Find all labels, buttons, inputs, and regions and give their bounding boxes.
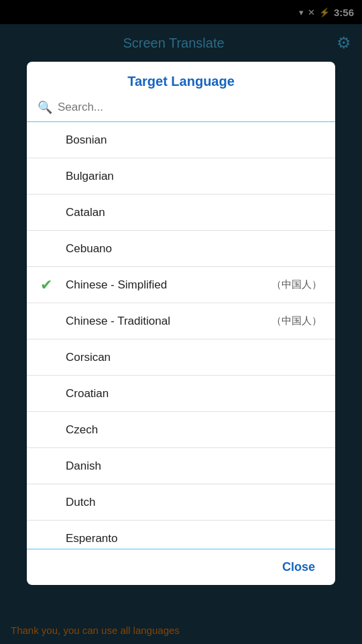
language-name-czech: Czech	[66, 423, 322, 437]
language-native-chinese-simplified: （中国人）	[272, 278, 322, 291]
check-icon-chinese-simplified: ✔	[40, 276, 56, 294]
language-list: Bosnian Bulgarian Catalan Cebuano ✔ Chin…	[27, 122, 335, 549]
language-name-catalan: Catalan	[66, 206, 322, 219]
language-name-esperanto: Esperanto	[66, 532, 322, 545]
dialog-footer: Close	[27, 549, 335, 585]
language-name-dutch: Dutch	[66, 496, 322, 509]
close-button[interactable]: Close	[276, 556, 322, 578]
language-name-chinese-simplified: Chinese - Simplified	[66, 278, 266, 292]
search-bar: 🔍	[27, 96, 335, 121]
language-item-cebuano[interactable]: Cebuano	[27, 231, 335, 267]
language-name-corsican: Corsican	[66, 351, 322, 364]
language-item-esperanto[interactable]: Esperanto	[27, 521, 335, 549]
search-icon: 🔍	[38, 100, 52, 115]
language-item-corsican[interactable]: Corsican	[27, 339, 335, 376]
language-item-czech[interactable]: Czech	[27, 412, 335, 448]
language-native-chinese-traditional: （中国人）	[272, 315, 322, 327]
language-name-danish: Danish	[66, 460, 322, 473]
language-name-croatian: Croatian	[66, 387, 322, 400]
language-item-bulgarian[interactable]: Bulgarian	[27, 158, 335, 195]
language-item-catalan[interactable]: Catalan	[27, 195, 335, 231]
search-input[interactable]	[58, 101, 324, 114]
target-language-dialog: Target Language 🔍 Bosnian Bulgarian Cata…	[27, 62, 335, 585]
language-name-bulgarian: Bulgarian	[66, 170, 322, 183]
language-item-chinese-simplified[interactable]: ✔ Chinese - Simplified （中国人）	[27, 267, 335, 303]
language-item-croatian[interactable]: Croatian	[27, 376, 335, 412]
language-item-chinese-traditional[interactable]: Chinese - Traditional （中国人）	[27, 303, 335, 339]
language-item-dutch[interactable]: Dutch	[27, 484, 335, 521]
language-item-danish[interactable]: Danish	[27, 448, 335, 484]
language-name-cebuano: Cebuano	[66, 242, 322, 256]
dialog-overlay: Target Language 🔍 Bosnian Bulgarian Cata…	[0, 0, 362, 644]
language-item-bosnian[interactable]: Bosnian	[27, 122, 335, 158]
language-name-bosnian: Bosnian	[66, 133, 322, 147]
language-name-chinese-traditional: Chinese - Traditional	[66, 315, 266, 328]
dialog-title: Target Language	[27, 62, 335, 96]
